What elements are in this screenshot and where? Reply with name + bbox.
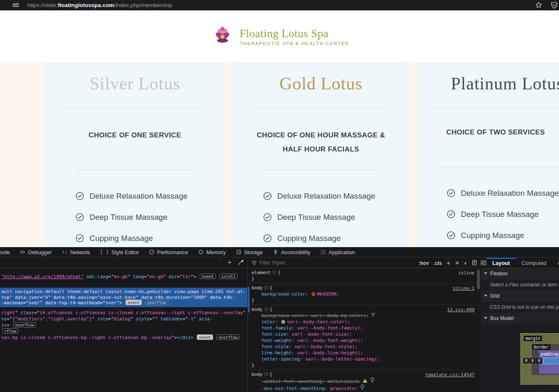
markup-row[interactable]: top" data-jver="4" data-t4b-easing="ease… bbox=[0, 295, 247, 301]
rule-source-link[interactable]: template.css:14547 bbox=[425, 372, 474, 378]
css-declaration[interactable]: -webkit-font-smoothing: antialiased; bbox=[252, 378, 477, 385]
code-segment: data-t4b-easing bbox=[51, 295, 94, 300]
selector-highlight-icon[interactable] bbox=[272, 270, 276, 274]
markup-row[interactable]: rflow bbox=[0, 328, 247, 334]
tab-style-editor[interactable]: { } Style Editor bbox=[95, 247, 144, 257]
rule-close-brace: } bbox=[252, 297, 477, 303]
rule-selector-line[interactable]: element{inline bbox=[252, 269, 477, 276]
code-segment: en-gb bbox=[114, 274, 128, 279]
node-badge[interactable]: overflow bbox=[145, 300, 168, 305]
code-segment: "> bbox=[191, 274, 199, 279]
node-badge[interactable]: event bbox=[197, 334, 213, 340]
markup-row[interactable]: ns="{"modifiers":"right,overlay"}" role=… bbox=[0, 316, 247, 322]
light-theme-icon[interactable]: ☀ bbox=[455, 260, 460, 266]
sidebar-toggle-icon[interactable] bbox=[481, 258, 486, 268]
css-declaration[interactable]: font-weight: var(--body-font-weight); bbox=[252, 337, 477, 344]
css-declaration[interactable]: font-style: var(--body-font-style); bbox=[252, 344, 477, 350]
css-declaration[interactable]: background-color: var(--body-bg-color); bbox=[252, 313, 477, 319]
node-badge[interactable]: event bbox=[126, 300, 142, 305]
grid-section-header[interactable]: Grid bbox=[481, 291, 559, 301]
rule-selector-line[interactable]: body{12.css:499 bbox=[252, 306, 477, 313]
rule-selector-line[interactable]: body{template.css:14547 bbox=[252, 371, 477, 378]
toolbar-separator bbox=[220, 259, 220, 267]
markup-row[interactable]: -mainnav="over" data-top-t4-masthead="ov… bbox=[0, 300, 247, 307]
code-segment: dialog bbox=[114, 316, 131, 322]
rules-list: element{inline}body{inline:1background-c… bbox=[248, 268, 480, 392]
lightbulb-icon[interactable] bbox=[360, 385, 365, 390]
code-segment: over bbox=[106, 300, 117, 305]
css-declaration[interactable]: color: var(--body-text-color); bbox=[252, 319, 477, 325]
filter-funnel-icon[interactable] bbox=[371, 313, 375, 317]
css-declaration[interactable]: -moz-osx-font-smoothing: grayscale; bbox=[252, 385, 477, 392]
check-circle-icon bbox=[75, 192, 84, 200]
rule-source-link[interactable]: 12.css:499 bbox=[447, 307, 474, 313]
node-badge[interactable]: event bbox=[200, 274, 216, 279]
bookmark-star-icon[interactable] bbox=[535, 1, 542, 10]
node-badge[interactable]: rflow bbox=[2, 328, 18, 334]
dark-theme-icon[interactable]: ◐ bbox=[464, 260, 467, 266]
class-toggle-button[interactable]: .cls bbox=[433, 260, 442, 266]
plan-items: Deluxe Relaxation MassageDeep Tissue Mas… bbox=[263, 185, 375, 247]
node-badge[interactable]: overflow bbox=[216, 334, 240, 340]
css-declaration[interactable]: letter-spacing: var(--body-letter-spacin… bbox=[252, 356, 477, 362]
color-swatch[interactable] bbox=[312, 292, 315, 296]
css-declaration[interactable]: font-size: var(--body-font-size); bbox=[252, 331, 477, 337]
boxmodel-diagram[interactable]: margin border padding 0 0 0 bbox=[520, 333, 559, 385]
plan-item: Deep Tissue Massage bbox=[447, 204, 559, 225]
selector-highlight-icon[interactable] bbox=[264, 307, 268, 311]
chevron-down-icon bbox=[484, 317, 487, 319]
css-declaration[interactable]: font-family: var(--body-font-family); bbox=[252, 325, 477, 331]
rule-selector-line[interactable]: body{inline:1 bbox=[252, 285, 477, 291]
plan-item: Deep Tissue Massage bbox=[75, 207, 188, 228]
selector-highlight-icon[interactable] bbox=[264, 286, 268, 289]
tune-icon[interactable] bbox=[12, 2, 19, 7]
plan-item: Deluxe Relaxation Massage bbox=[447, 183, 559, 204]
boxmodel-padding-left-value[interactable]: 0 bbox=[536, 358, 542, 363]
tab-layout[interactable]: Layout bbox=[486, 258, 516, 268]
css-declaration[interactable]: line-height: var(--body-line-height); bbox=[252, 350, 477, 356]
boxmodel-border-left-value[interactable]: 0 bbox=[530, 358, 535, 363]
flexbox-section-header[interactable]: Flexbox bbox=[481, 268, 559, 279]
filter-styles-input[interactable] bbox=[259, 260, 351, 266]
add-rule-button[interactable]: + bbox=[446, 260, 450, 267]
markup-row[interactable]: right" class="t4-offcanvas c-offcanvas i… bbox=[0, 310, 247, 316]
boxmodel-margin-left-value[interactable]: 0 bbox=[523, 358, 529, 363]
boxmodel-padding-label: padding bbox=[541, 351, 558, 357]
tab-performance[interactable]: Performance bbox=[144, 247, 193, 257]
node-badge[interactable]: overflow bbox=[13, 322, 36, 327]
add-node-button[interactable]: + bbox=[227, 258, 232, 267]
tab-application[interactable]: Application bbox=[315, 247, 360, 257]
boxmodel-section-header[interactable]: Box Model bbox=[481, 313, 559, 324]
divider bbox=[440, 167, 559, 167]
sidebar-tabs: Layout Computed C bbox=[481, 258, 559, 268]
plan-item: Deluxe Relaxation Massage bbox=[75, 185, 188, 207]
markup-row[interactable]: iv> overflow bbox=[0, 322, 247, 328]
rule-source-link[interactable]: inline:1 bbox=[453, 285, 474, 291]
eyedropper-icon[interactable] bbox=[238, 260, 244, 267]
color-swatch[interactable] bbox=[281, 320, 285, 324]
code-segment bbox=[194, 335, 196, 340]
tab-accessibility[interactable]: Accessibility bbox=[268, 247, 315, 257]
markup-row[interactable]: ault navigation-default theme-default la… bbox=[0, 288, 247, 295]
node-badge[interactable]: scroll bbox=[219, 274, 237, 279]
css-rule: body{12.css:499background-color: var(--b… bbox=[248, 305, 480, 370]
filter-funnel-icon bbox=[252, 260, 257, 266]
tab-console-partial[interactable]: sole bbox=[0, 247, 15, 257]
pseudo-class-button[interactable]: :hov bbox=[419, 260, 429, 266]
print-media-icon[interactable] bbox=[472, 260, 477, 267]
markup-row[interactable]: "http://www.w3.org/1999/xhtml" xml:lang=… bbox=[0, 274, 247, 280]
rules-scrollbar-thumb[interactable] bbox=[477, 269, 480, 289]
shield-chevron-icon[interactable] bbox=[550, 1, 558, 11]
tab-computed[interactable]: Computed bbox=[516, 258, 552, 268]
tab-network[interactable]: ↑↓ Network bbox=[57, 247, 95, 257]
markup-row[interactable]: vas-bg is-closed c-offcanvas-bg--right c… bbox=[0, 334, 247, 341]
selector-highlight-icon[interactable] bbox=[264, 372, 268, 376]
tab-debugger[interactable]: Debugger bbox=[15, 247, 57, 257]
tab-memory[interactable]: Memory bbox=[193, 247, 231, 257]
tab-changes-partial[interactable]: C bbox=[552, 258, 559, 268]
tab-storage[interactable]: Storage bbox=[231, 247, 268, 257]
lightbulb-icon[interactable] bbox=[370, 378, 375, 383]
css-declaration[interactable]: background-color: #b43500; bbox=[252, 291, 477, 297]
code-segment: " bbox=[163, 274, 169, 279]
url-bar[interactable]: https://older.floatinglotusspa.com/index… bbox=[27, 2, 172, 8]
